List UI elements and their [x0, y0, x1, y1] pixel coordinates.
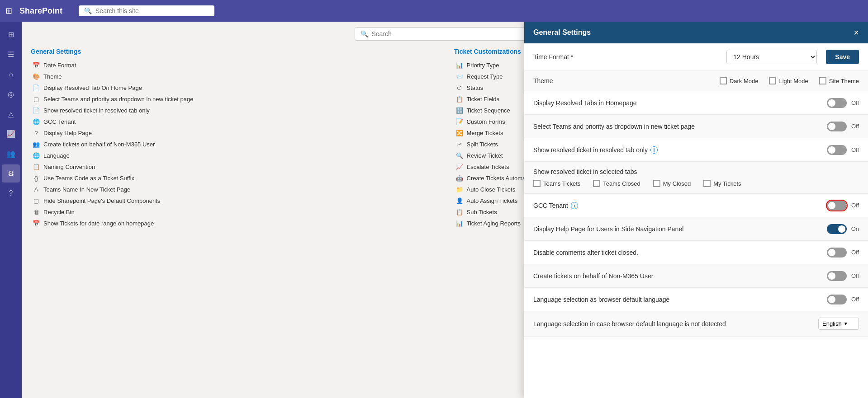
language-fallback-control: English ▼ [818, 318, 859, 330]
gcc-tenant-toggle-label: Off [851, 202, 859, 209]
nav-display-resolved-tab[interactable]: 📄 Display Resolved Tab On Home Page [31, 82, 436, 94]
lang-toggle-slider [827, 295, 847, 304]
teams-priority-label: Select Teams and priority as dropdown in… [533, 123, 827, 130]
language-browser-control: Off [827, 295, 859, 304]
top-search-input[interactable] [95, 7, 209, 14]
nav-resolved-tab-only[interactable]: 📄 Show resolved ticket in resolved tab o… [31, 105, 436, 116]
split-tickets-icon: ✂ [456, 141, 463, 148]
my-tickets-checkbox[interactable] [703, 180, 711, 187]
non-m365-toggle[interactable] [827, 271, 847, 281]
sidebar-icon-chart[interactable]: 📈 [2, 125, 20, 143]
nav-teams-code[interactable]: {} Use Teams Code as a Ticket Suffix [31, 173, 436, 184]
light-mode-option[interactable]: Light Mode [769, 77, 808, 84]
nav-naming-convention[interactable]: 📋 Naming Convention [31, 161, 436, 173]
dark-mode-checkbox[interactable] [720, 77, 727, 84]
priority-type-icon: 📊 [456, 62, 463, 69]
teams-priority-toggle[interactable] [827, 122, 847, 131]
sidebar-icon-grid[interactable]: ⊞ [2, 25, 20, 43]
general-settings-nav: General Settings 📅 Date Format 🎨 Theme 📄… [31, 48, 436, 391]
nav-hide-sharepoint[interactable]: ▢ Hide Sharepoint Page's Default Compone… [31, 195, 436, 206]
nav-teams-priority[interactable]: ▢ Select Teams and priority as dropdown … [31, 94, 436, 105]
save-button[interactable]: Save [826, 50, 859, 64]
date-format-icon: 📅 [33, 62, 40, 69]
resolved-tab-icon: 📄 [33, 84, 40, 91]
nav-create-tickets-non-m365[interactable]: 👥 Create tickets on behalf of Non-M365 U… [31, 139, 436, 150]
nav-teams-name[interactable]: A Teams Name In New Ticket Page [31, 184, 436, 195]
nav-recycle-bin[interactable]: 🗑 Recycle Bin [31, 206, 436, 218]
teams-priority-row: Select Teams and priority as dropdown in… [524, 115, 868, 138]
nav-date-format[interactable]: 📅 Date Format [31, 60, 436, 71]
language-fallback-label: Language selection in case browser defau… [533, 320, 818, 328]
date-range-icon: 📅 [33, 220, 40, 227]
sidebar-icon-users[interactable]: 👥 [2, 145, 20, 163]
teams-tickets-checkbox-item[interactable]: Teams Tickets [533, 180, 580, 187]
teams-priority-control: Off [827, 122, 859, 131]
display-resolved-tabs-row: Display Resolved Tabs in Homepage Off [524, 91, 868, 115]
time-format-label: Time Format * [533, 53, 726, 61]
nav-gcc-tenant[interactable]: 🌐 GCC Tenant [31, 116, 436, 127]
content-search-box[interactable]: 🔍 [355, 27, 536, 41]
non-m365-toggle-slider [827, 271, 847, 281]
nav-ticket-sequence-label: Ticket Sequence [467, 107, 510, 114]
gcc-tenant-info-icon[interactable]: i [571, 202, 578, 209]
my-closed-checkbox-item[interactable]: My Closed [653, 180, 691, 187]
teams-closed-checkbox-item[interactable]: Teams Closed [593, 180, 640, 187]
time-format-select[interactable]: 12 Hours 24 Hours [726, 50, 817, 64]
display-resolved-tabs-control: Off [827, 98, 859, 108]
gcc-tenant-control: Off [827, 201, 859, 211]
nav-escalate-tickets-label: Escalate Tickets [467, 164, 509, 170]
toggle-slider [827, 98, 847, 108]
nav-theme[interactable]: 🎨 Theme [31, 71, 436, 82]
sidebar-icon-alert[interactable]: △ [2, 105, 20, 123]
non-m365-toggle-label: Off [851, 272, 859, 279]
nav-status-label: Status [467, 84, 484, 91]
my-tickets-checkbox-item[interactable]: My Tickets [703, 180, 741, 187]
selected-tabs-row: Show resolved ticket in selected tabs Te… [524, 162, 868, 194]
display-resolved-tabs-toggle-label: Off [851, 99, 859, 106]
content-search-icon: 🔍 [360, 30, 368, 37]
top-search-bar[interactable]: 🔍 [79, 5, 214, 16]
resolved-tab-only-toggle[interactable] [827, 145, 847, 155]
create-tickets-auto-icon: 🤖 [456, 175, 463, 182]
language-browser-toggle[interactable] [827, 295, 847, 304]
non-m365-row: Create tickets on behalf of Non-M365 Use… [524, 264, 868, 288]
sidebar-icon-gear[interactable]: ⚙ [2, 164, 20, 183]
sidebar-icon-home[interactable]: ⌂ [2, 65, 20, 83]
sidebar-icon-help[interactable]: ? [2, 184, 20, 202]
disable-comments-row: Disable comments after ticket closed. Of… [524, 241, 868, 264]
close-button[interactable]: × [854, 28, 859, 37]
language-dropdown[interactable]: English ▼ [818, 318, 859, 330]
teams-closed-checkbox[interactable] [593, 180, 600, 187]
non-m365-label: Create tickets on behalf of Non-M365 Use… [533, 272, 827, 280]
display-resolved-tabs-toggle[interactable] [827, 98, 847, 108]
teams-priority-icon: ▢ [33, 96, 40, 103]
disable-comments-toggle-label: Off [851, 249, 859, 256]
nav-display-help[interactable]: ? Display Help Page [31, 127, 436, 139]
display-help-page-toggle[interactable] [827, 224, 847, 234]
nav-language[interactable]: 🌐 Language [31, 150, 436, 161]
site-theme-checkbox[interactable] [819, 77, 826, 84]
site-theme-label: Site Theme [829, 78, 859, 84]
disable-comments-control: Off [827, 248, 859, 258]
nav-resolved-tab-only-label: Show resolved ticket in resolved tab onl… [43, 107, 150, 114]
my-closed-checkbox[interactable] [653, 180, 660, 187]
nav-show-tickets-date-range[interactable]: 📅 Show Tickets for date range on homepag… [31, 218, 436, 229]
settings-panel-header: General Settings × [524, 22, 868, 43]
non-m365-control: Off [827, 271, 859, 281]
nav-hide-sharepoint-label: Hide Sharepoint Page's Default Component… [43, 197, 160, 204]
light-mode-checkbox[interactable] [769, 77, 776, 84]
dark-mode-option[interactable]: Dark Mode [720, 77, 759, 84]
merge-tickets-icon: 🔀 [456, 130, 463, 136]
disable-comments-toggle[interactable] [827, 248, 847, 258]
sidebar-icon-globe[interactable]: ◎ [2, 85, 20, 103]
grid-icon[interactable]: ⊞ [5, 6, 12, 16]
site-theme-option[interactable]: Site Theme [819, 77, 859, 84]
toggle-slider-3 [827, 145, 847, 155]
resolved-tab-only-info-icon[interactable]: i [650, 146, 658, 154]
content-search-input[interactable] [372, 30, 530, 37]
sidebar-icon-menu[interactable]: ☰ [2, 45, 20, 63]
review-ticket-icon: 🔍 [456, 152, 463, 159]
gcc-tenant-toggle[interactable] [827, 201, 847, 211]
teams-tickets-checkbox[interactable] [533, 180, 541, 187]
nav-create-tickets-non-m365-label: Create tickets on behalf of Non-M365 Use… [43, 141, 155, 148]
